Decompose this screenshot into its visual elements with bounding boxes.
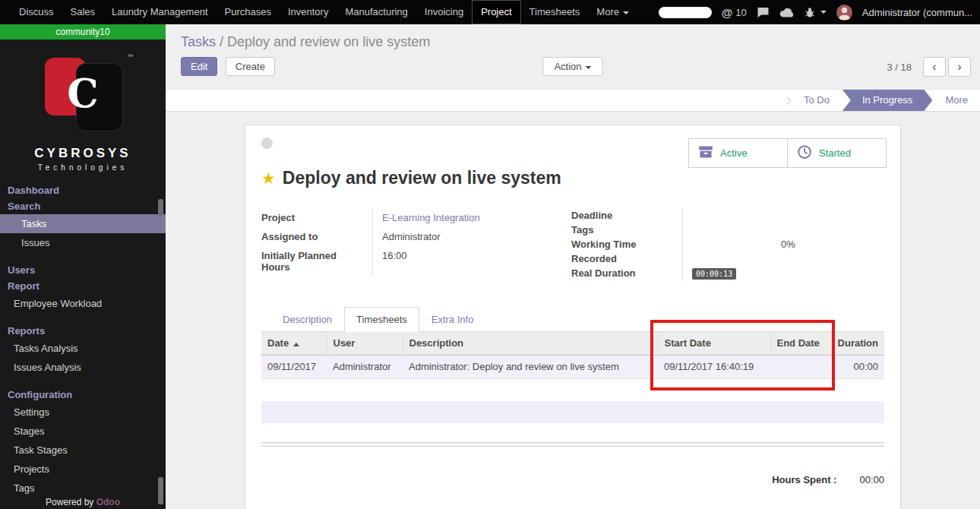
menu-more[interactable]: More: [588, 0, 637, 24]
menu-purchases[interactable]: Purchases: [217, 0, 280, 24]
timer-display-pill[interactable]: [659, 7, 712, 18]
menu-manufacturing[interactable]: Manufacturing: [337, 0, 416, 24]
logo-monogram: C: [55, 70, 110, 116]
field-value-recorded: [682, 251, 884, 266]
field-value-deadline: [682, 208, 884, 223]
tab-description[interactable]: Description: [270, 307, 344, 332]
action-dropdown-button[interactable]: Action: [542, 57, 602, 76]
menu-laundry-management[interactable]: Laundry Management: [103, 0, 216, 24]
user-avatar[interactable]: [836, 5, 852, 21]
hours-spent-label: Hours Spent :: [772, 474, 836, 485]
tab-extra-info[interactable]: Extra Info: [419, 307, 486, 332]
sidebar-item-stages[interactable]: Stages: [0, 422, 166, 441]
menu-inventory[interactable]: Inventory: [280, 0, 337, 24]
powered-by: Powered by Odoo: [0, 497, 166, 507]
priority-star-icon[interactable]: ★: [261, 169, 276, 188]
debug-icon[interactable]: [805, 7, 815, 17]
archive-icon: [698, 144, 713, 162]
table-row[interactable]: 09/11/2017 Administrator Administrator: …: [261, 355, 884, 378]
field-value-project[interactable]: E-Learning Integration: [372, 208, 565, 227]
chevron-down-icon[interactable]: [820, 11, 827, 14]
sidebar-item-issues[interactable]: Issues: [0, 233, 166, 252]
active-toggle-button[interactable]: Active: [688, 138, 788, 168]
sidebar-item-settings[interactable]: Settings: [0, 403, 166, 422]
statusbar: To Do In Progress More: [166, 89, 980, 112]
sidebar-item-tasks-analysis[interactable]: Tasks Analysis: [0, 339, 166, 358]
sidebar-item-configuration[interactable]: Configuration: [0, 387, 166, 403]
tab-timesheets[interactable]: Timesheets: [344, 307, 419, 332]
column-date[interactable]: Date: [261, 332, 327, 355]
action-label: Action: [554, 61, 581, 72]
stage-to-do[interactable]: To Do: [792, 90, 842, 111]
field-groups: Project E-Learning Integration Assigned …: [261, 208, 884, 281]
at-icon: @: [722, 6, 733, 19]
column-start-date[interactable]: Start Date: [658, 332, 770, 355]
top-menubar: Discuss Sales Laundry Management Purchas…: [0, 0, 980, 24]
stage-more[interactable]: More: [933, 90, 980, 111]
menu-sales[interactable]: Sales: [62, 0, 104, 24]
chevron-down-icon: [623, 11, 629, 14]
sidebar-item-search[interactable]: Search: [0, 198, 166, 214]
menu-discuss[interactable]: Discuss: [11, 0, 62, 24]
messaging-inbox-button[interactable]: @ 10: [722, 6, 747, 19]
cell-duration: 00:00: [831, 355, 884, 378]
powered-by-text: Powered by: [46, 497, 93, 507]
stage-in-progress[interactable]: In Progress: [842, 90, 932, 111]
sidebar-scrollbar-thumb[interactable]: [158, 199, 163, 216]
main-content: Tasks / Deploy and review on live system…: [166, 24, 980, 509]
task-title: Deploy and review on live system: [283, 168, 561, 188]
user-menu[interactable]: Administrator (commun...: [862, 7, 972, 18]
breadcrumb-tasks-link[interactable]: Tasks: [181, 34, 216, 49]
sidebar-item-tasks[interactable]: Tasks: [0, 214, 166, 233]
sidebar-item-reports[interactable]: Reports: [0, 323, 166, 339]
sidebar-item-report[interactable]: Report: [0, 278, 166, 294]
chat-icon[interactable]: [757, 7, 770, 18]
column-end-date[interactable]: End Date: [770, 332, 831, 355]
trademark-symbol: ™: [127, 53, 133, 60]
odoo-brand-link[interactable]: Odoo: [96, 497, 120, 507]
sidebar-item-employee-workload[interactable]: Employee Workload: [0, 294, 166, 313]
timer-status-button[interactable]: Started: [787, 138, 887, 168]
field-value-planned-hours: 16:00: [372, 246, 565, 277]
sidebar-item-tags[interactable]: Tags: [0, 479, 166, 498]
sidebar-item-projects[interactable]: Projects: [0, 460, 166, 479]
field-label-deadline: Deadline: [571, 208, 682, 223]
field-label-recorded: Recorded: [571, 251, 682, 266]
started-button-label: Started: [819, 147, 851, 159]
menu-project[interactable]: Project: [472, 0, 520, 24]
left-sidebar: community10 C ™ CYBROSYS Technologies Da…: [0, 24, 166, 509]
column-description[interactable]: Description: [403, 332, 658, 355]
duration-badge: 00:00:13: [692, 268, 736, 280]
breadcrumb-current: Deploy and review on live system: [227, 34, 430, 49]
field-value-real-duration: 00:00:13: [682, 266, 884, 281]
field-value-assigned-to: Administrator: [372, 227, 565, 246]
empty-list-row: [261, 401, 884, 423]
cloud-icon[interactable]: [779, 8, 795, 17]
field-value-working-time: 0%: [682, 237, 884, 251]
sidebar-item-task-stages[interactable]: Task Stages: [0, 441, 166, 460]
sidebar-item-dashboard[interactable]: Dashboard: [0, 182, 166, 198]
sidebar-menu: Dashboard Search Tasks Issues Users Repo…: [0, 182, 166, 498]
field-label-assigned-to: Assigned to: [261, 227, 372, 246]
menu-timesheets[interactable]: Timesheets: [521, 0, 589, 24]
sidebar-item-users[interactable]: Users: [0, 262, 166, 278]
pager-previous-button[interactable]: ‹: [923, 57, 946, 77]
menu-invoicing[interactable]: Invoicing: [416, 0, 472, 24]
edit-button[interactable]: Edit: [181, 57, 217, 76]
table-header-row: Date User Description Start Date End Dat…: [261, 332, 884, 355]
sort-asc-icon: [293, 343, 299, 346]
create-button[interactable]: Create: [226, 57, 275, 76]
sidebar-item-issues-analysis[interactable]: Issues Analysis: [0, 358, 166, 377]
app-menu: Discuss Sales Laundry Management Purchas…: [0, 0, 637, 24]
section-divider: [261, 442, 884, 447]
breadcrumb-separator: /: [220, 34, 227, 49]
column-user[interactable]: User: [327, 332, 403, 355]
stat-button-box: Active Started: [688, 138, 887, 168]
notebook-tabs: Description Timesheets Extra Info: [261, 307, 884, 332]
hours-spent-summary: Hours Spent : 00:00: [261, 474, 884, 485]
cell-start-date: 09/11/2017 16:40:19: [658, 355, 770, 378]
pager-next-button[interactable]: ›: [948, 57, 971, 77]
inbox-count: 10: [735, 7, 746, 18]
column-duration[interactable]: Duration: [831, 332, 884, 355]
brand-subtitle: Technologies: [0, 163, 166, 172]
